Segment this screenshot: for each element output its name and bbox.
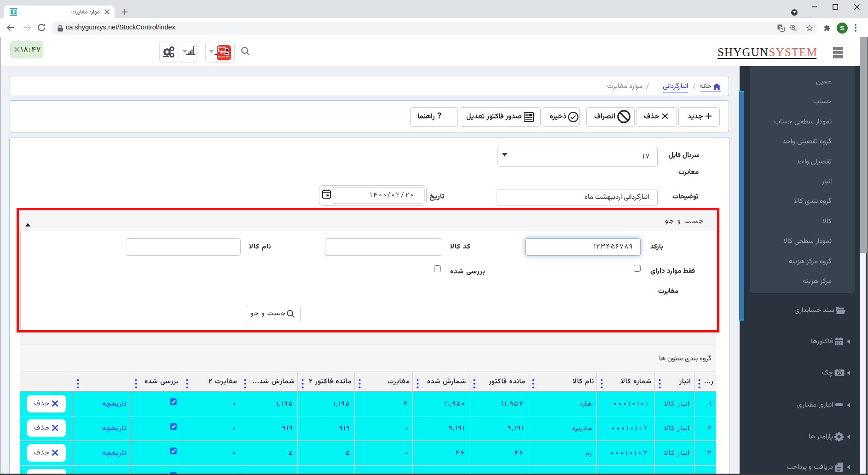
svg-text:REQUEST REMO: REQUEST REMO xyxy=(218,56,230,58)
svg-text:0: 0 xyxy=(839,371,841,375)
